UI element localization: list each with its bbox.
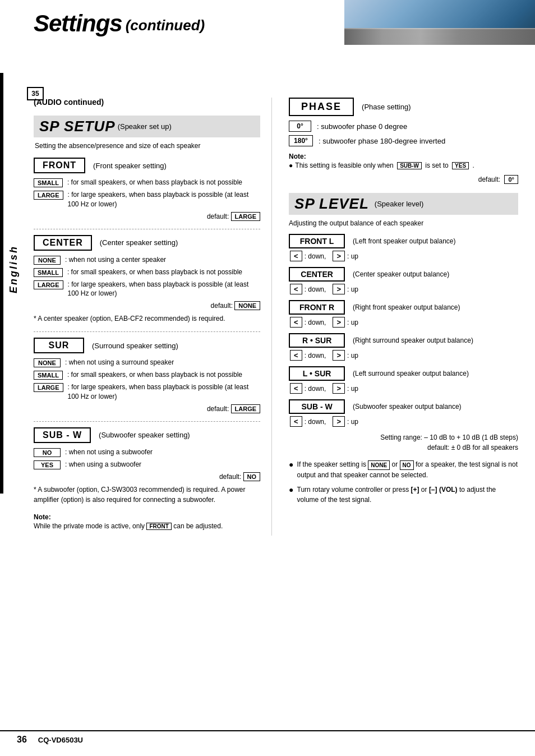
bullet-icon-1: ●	[289, 460, 293, 469]
l-sur-arrow-down-icon: <	[290, 383, 302, 394]
sp-setup-bar: SP SETUP (Speaker set up)	[34, 116, 260, 137]
front-option-large: LARGE : for large speakers, when bass pl…	[34, 190, 260, 209]
no-tag: NO	[34, 448, 61, 457]
bullet-icon-2: ●	[289, 485, 293, 494]
sur-option-large: LARGE : for large speakers, when bass pl…	[34, 382, 260, 402]
sp-setup-subtitle: (Speaker set up)	[118, 122, 172, 131]
front-r-box: FRONT R	[289, 300, 345, 315]
sp-level-title: SP LEVEL	[294, 195, 369, 213]
divider-3	[34, 421, 260, 422]
sub-w-arrow-down-icon: <	[290, 416, 302, 427]
r-sur-arrow-down-icon: <	[290, 350, 302, 361]
l-sur-arrows: < : down, > : up	[290, 383, 518, 394]
front-box: FRONT	[34, 158, 85, 173]
sur-section: SUR (Surround speaker setting) NONE : wh…	[34, 338, 260, 413]
left-column: (AUDIO continued) SP SETUP (Speaker set …	[34, 98, 272, 536]
phase-option-0: 0° : subwoofer phase 0 degree	[289, 121, 518, 132]
front-l-box: FRONT L	[289, 234, 345, 248]
center-option-large: LARGE : for large speakers, when bass pl…	[34, 280, 260, 299]
header-image	[344, 0, 535, 45]
bottom-note-label: Note:	[34, 513, 51, 521]
front-default-tag: LARGE	[231, 212, 261, 221]
sub-w-arrows: < : down, > : up	[290, 416, 518, 427]
r-sur-arrow-up-icon: >	[333, 350, 345, 361]
phase-section: PHASE (Phase setting) 0° : subwoofer pha…	[289, 98, 518, 184]
sp-setup-description: Setting the absence/presence and size of…	[35, 142, 260, 150]
front-default: default: LARGE	[34, 212, 260, 221]
sur-header: SUR (Surround speaker setting)	[34, 338, 260, 353]
front-l-arrows: < : down, > : up	[290, 251, 518, 261]
phase-note-text: ● This setting is feasible only when SUB…	[289, 162, 518, 169]
none-tag: NONE	[34, 256, 61, 265]
center-arrow-up-icon: >	[333, 284, 345, 294]
yes-tag: YES	[34, 460, 61, 469]
setting-range: Setting range: – 10 dB to + 10 dB (1 dB …	[289, 432, 518, 453]
footer: 36 CQ-VD6503U	[0, 730, 535, 745]
front-header: FRONT (Front speaker setting)	[34, 158, 260, 173]
small-tag-3: SMALL	[34, 371, 63, 380]
level-item-sub-w: SUB - W (Subwoofer speaker output balanc…	[289, 399, 518, 427]
bullet-note-1: ● If the speaker setting is NONE or NO f…	[289, 459, 518, 480]
center-arrows: < : down, > : up	[290, 284, 518, 294]
front-option-small: SMALL : for small speakers, or when bass…	[34, 178, 260, 187]
sp-setup-title: SP SETUP	[39, 118, 116, 135]
sur-default: default: LARGE	[34, 404, 260, 413]
large-tag-2: LARGE	[34, 280, 63, 289]
front-r-arrows: < : down, > : up	[290, 317, 518, 328]
center-note: * A center speaker (option, EAB-CF2 reco…	[34, 314, 260, 324]
phase-header: PHASE (Phase setting)	[289, 98, 518, 116]
sur-option-none: NONE : when not using a surround speaker	[34, 358, 260, 367]
front-r-arrow-up-icon: >	[333, 317, 345, 328]
sur-option-small: SMALL : for small speakers, or when bass…	[34, 370, 260, 380]
sp-level-bar: SP LEVEL (Speaker level)	[289, 193, 518, 215]
subw-inline-tag: SUB-W	[397, 162, 422, 169]
none-inline-tag: NONE	[368, 460, 390, 470]
phase-box: PHASE	[289, 98, 354, 116]
arrow-up-icon: >	[333, 251, 345, 261]
sur-box: SUR	[34, 338, 84, 353]
divider-1	[34, 229, 260, 229]
bullet-text-1: If the speaker setting is NONE or NO for…	[297, 459, 518, 480]
phase-option-180: 180° : subwoofer phase 180-degree invert…	[289, 135, 518, 146]
subw-note: * A subwoofer (option, CJ-SW3003 recomme…	[34, 485, 260, 505]
level-item-l-sur-header: L • SUR (Left surround speaker output ba…	[289, 366, 518, 381]
language-label: English	[8, 245, 20, 293]
l-sur-box: L • SUR	[289, 366, 345, 381]
phase-note-label: Note:	[289, 153, 306, 160]
divider-2	[34, 331, 260, 332]
front-section: FRONT (Front speaker setting) SMALL : fo…	[34, 158, 260, 221]
right-column: PHASE (Phase setting) 0° : subwoofer pha…	[272, 98, 518, 536]
arrow-down-icon: <	[290, 251, 302, 261]
phase-note-box: Note: ● This setting is feasible only wh…	[289, 152, 518, 169]
subw-default-tag: NO	[243, 472, 261, 481]
center-option-none: NONE : when not using a center speaker	[34, 255, 260, 265]
l-sur-arrow-up-icon: >	[333, 383, 345, 394]
subw-section: SUB - W (Subwoofer speaker setting) NO :…	[34, 427, 260, 505]
subw-default: default: NO	[34, 472, 260, 481]
phase-default-tag: 0°	[504, 175, 518, 184]
sp-level-description: Adjusting the output balance of each spe…	[289, 219, 518, 227]
phase-default: default: 0°	[289, 175, 518, 184]
page-number-box: 35	[27, 87, 44, 100]
small-tag-2: SMALL	[34, 268, 63, 277]
main-content: (AUDIO continued) SP SETUP (Speaker set …	[0, 42, 535, 547]
level-item-center: CENTER (Center speaker output balance) <…	[289, 267, 518, 294]
level-item-front-r-header: FRONT R (Right front speaker output bala…	[289, 300, 518, 315]
phase-180-tag: 180°	[289, 135, 313, 146]
page: Settings (continued) English 35 (AUDIO c…	[0, 0, 535, 756]
small-tag: SMALL	[34, 178, 63, 187]
bottom-note-box: Note: While the private mode is active, …	[34, 513, 260, 530]
level-item-front-l-header: FRONT L (Left front speaker output balan…	[289, 234, 518, 248]
yes-inline-tag: YES	[452, 162, 469, 169]
center-header: CENTER (Center speaker setting)	[34, 235, 260, 251]
level-item-l-sur: L • SUR (Left surround speaker output ba…	[289, 366, 518, 394]
center-box: CENTER	[34, 235, 92, 251]
center-section: CENTER (Center speaker setting) NONE : w…	[34, 235, 260, 324]
center-default-tag: NONE	[234, 301, 260, 310]
r-sur-box: R • SUR	[289, 333, 345, 348]
center-level-box: CENTER	[289, 267, 345, 282]
bullet-note-2: ● Turn rotary volume controller or press…	[289, 485, 518, 505]
level-item-r-sur: R • SUR (Right surround speaker output b…	[289, 333, 518, 361]
bottom-note-text: While the private mode is active, only F…	[34, 522, 260, 530]
subw-option-yes: YES : when using a subwoofer	[34, 460, 260, 469]
